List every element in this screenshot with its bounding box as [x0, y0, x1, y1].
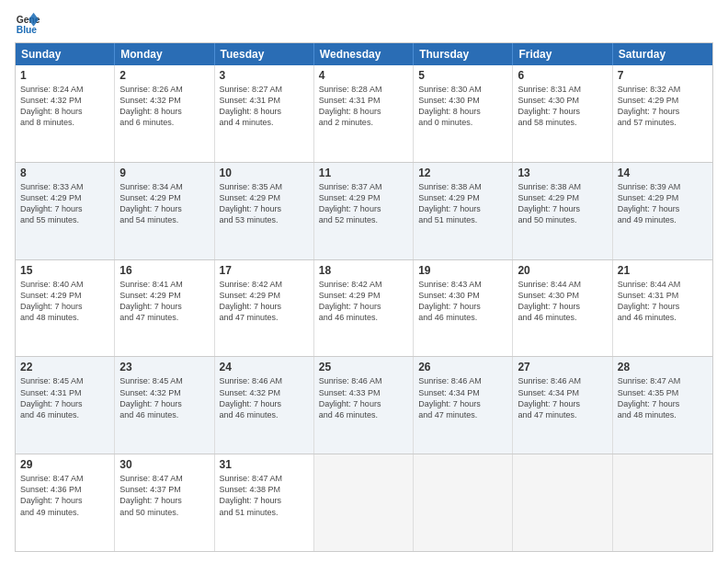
day-info: Sunrise: 8:42 AMSunset: 4:29 PMDaylight:… [220, 279, 309, 324]
logo: General Blue [15, 11, 40, 37]
day-number: 29 [20, 458, 109, 471]
day-info: Sunrise: 8:40 AMSunset: 4:29 PMDaylight:… [20, 279, 109, 324]
logo-icon: General Blue [15, 11, 40, 37]
day-number: 11 [319, 167, 408, 179]
calendar-body: 1Sunrise: 8:24 AMSunset: 4:32 PMDaylight… [16, 65, 712, 551]
day-info: Sunrise: 8:24 AMSunset: 4:32 PMDaylight:… [20, 84, 109, 129]
day-cell-28: 28Sunrise: 8:47 AMSunset: 4:35 PMDayligh… [613, 357, 712, 454]
day-info: Sunrise: 8:47 AMSunset: 4:36 PMDaylight:… [20, 473, 109, 518]
day-cell-25: 25Sunrise: 8:46 AMSunset: 4:33 PMDayligh… [314, 357, 414, 454]
day-info: Sunrise: 8:46 AMSunset: 4:33 PMDaylight:… [319, 375, 408, 420]
day-info: Sunrise: 8:42 AMSunset: 4:29 PMDaylight:… [319, 279, 408, 324]
day-info: Sunrise: 8:26 AMSunset: 4:32 PMDaylight:… [119, 84, 209, 129]
day-number: 13 [518, 167, 607, 179]
day-cell-5: 5Sunrise: 8:30 AMSunset: 4:30 PMDaylight… [414, 65, 513, 162]
day-info: Sunrise: 8:41 AMSunset: 4:29 PMDaylight:… [119, 279, 209, 324]
weekday-header-tuesday: Tuesday [215, 43, 314, 65]
day-number: 27 [518, 361, 607, 373]
day-cell-11: 11Sunrise: 8:37 AMSunset: 4:29 PMDayligh… [314, 163, 414, 259]
calendar-row-5: 29Sunrise: 8:47 AMSunset: 4:36 PMDayligh… [16, 454, 712, 551]
day-info: Sunrise: 8:35 AMSunset: 4:29 PMDaylight:… [220, 181, 309, 226]
day-number: 30 [119, 458, 209, 471]
day-number: 3 [220, 69, 309, 82]
day-number: 8 [20, 167, 109, 179]
day-info: Sunrise: 8:46 AMSunset: 4:32 PMDaylight:… [220, 375, 309, 420]
day-number: 31 [220, 458, 309, 471]
day-info: Sunrise: 8:37 AMSunset: 4:29 PMDaylight:… [319, 181, 408, 226]
day-cell-24: 24Sunrise: 8:46 AMSunset: 4:32 PMDayligh… [215, 357, 314, 454]
day-number: 28 [618, 361, 708, 373]
weekday-header-friday: Friday [513, 43, 612, 65]
day-cell-20: 20Sunrise: 8:44 AMSunset: 4:30 PMDayligh… [513, 260, 612, 357]
day-number: 6 [518, 69, 607, 82]
day-cell-12: 12Sunrise: 8:38 AMSunset: 4:29 PMDayligh… [414, 163, 513, 259]
day-number: 1 [20, 69, 109, 82]
day-info: Sunrise: 8:33 AMSunset: 4:29 PMDaylight:… [20, 181, 109, 226]
day-number: 20 [518, 264, 607, 277]
day-number: 5 [418, 69, 507, 82]
day-number: 15 [20, 264, 109, 277]
day-cell-6: 6Sunrise: 8:31 AMSunset: 4:30 PMDaylight… [513, 65, 612, 162]
day-cell-30: 30Sunrise: 8:47 AMSunset: 4:37 PMDayligh… [115, 454, 214, 551]
day-info: Sunrise: 8:34 AMSunset: 4:29 PMDaylight:… [119, 181, 209, 226]
day-number: 26 [418, 361, 507, 373]
day-number: 16 [119, 264, 209, 277]
day-number: 21 [618, 264, 708, 277]
day-number: 17 [220, 264, 309, 277]
day-info: Sunrise: 8:39 AMSunset: 4:29 PMDaylight:… [618, 181, 708, 226]
day-cell-16: 16Sunrise: 8:41 AMSunset: 4:29 PMDayligh… [115, 260, 214, 357]
day-cell-26: 26Sunrise: 8:46 AMSunset: 4:34 PMDayligh… [414, 357, 513, 454]
day-number: 25 [319, 361, 408, 373]
day-info: Sunrise: 8:46 AMSunset: 4:34 PMDaylight:… [418, 375, 507, 420]
day-info: Sunrise: 8:45 AMSunset: 4:32 PMDaylight:… [119, 375, 209, 420]
day-cell-22: 22Sunrise: 8:45 AMSunset: 4:31 PMDayligh… [16, 357, 115, 454]
day-cell-7: 7Sunrise: 8:32 AMSunset: 4:29 PMDaylight… [613, 65, 712, 162]
empty-cell [513, 454, 612, 551]
day-info: Sunrise: 8:31 AMSunset: 4:30 PMDaylight:… [518, 84, 607, 129]
day-cell-23: 23Sunrise: 8:45 AMSunset: 4:32 PMDayligh… [115, 357, 214, 454]
day-info: Sunrise: 8:27 AMSunset: 4:31 PMDaylight:… [220, 84, 309, 129]
day-number: 4 [319, 69, 408, 82]
day-cell-4: 4Sunrise: 8:28 AMSunset: 4:31 PMDaylight… [314, 65, 414, 162]
day-number: 7 [618, 69, 708, 82]
day-info: Sunrise: 8:43 AMSunset: 4:30 PMDaylight:… [418, 279, 507, 324]
day-info: Sunrise: 8:46 AMSunset: 4:34 PMDaylight:… [518, 375, 607, 420]
weekday-header-saturday: Saturday [613, 43, 712, 65]
day-cell-2: 2Sunrise: 8:26 AMSunset: 4:32 PMDaylight… [115, 65, 214, 162]
day-cell-27: 27Sunrise: 8:46 AMSunset: 4:34 PMDayligh… [513, 357, 612, 454]
day-cell-9: 9Sunrise: 8:34 AMSunset: 4:29 PMDaylight… [115, 163, 214, 259]
day-number: 24 [220, 361, 309, 373]
day-info: Sunrise: 8:38 AMSunset: 4:29 PMDaylight:… [418, 181, 507, 226]
calendar-row-3: 15Sunrise: 8:40 AMSunset: 4:29 PMDayligh… [16, 259, 712, 357]
day-cell-21: 21Sunrise: 8:44 AMSunset: 4:31 PMDayligh… [613, 260, 712, 357]
day-info: Sunrise: 8:47 AMSunset: 4:35 PMDaylight:… [618, 375, 708, 420]
weekday-header-sunday: Sunday [16, 43, 115, 65]
weekday-header-thursday: Thursday [414, 43, 513, 65]
day-info: Sunrise: 8:47 AMSunset: 4:38 PMDaylight:… [220, 473, 309, 518]
day-cell-8: 8Sunrise: 8:33 AMSunset: 4:29 PMDaylight… [16, 163, 115, 259]
day-number: 19 [418, 264, 507, 277]
day-number: 18 [319, 264, 408, 277]
day-cell-29: 29Sunrise: 8:47 AMSunset: 4:36 PMDayligh… [16, 454, 115, 551]
day-cell-17: 17Sunrise: 8:42 AMSunset: 4:29 PMDayligh… [215, 260, 314, 357]
day-cell-14: 14Sunrise: 8:39 AMSunset: 4:29 PMDayligh… [613, 163, 712, 259]
day-info: Sunrise: 8:47 AMSunset: 4:37 PMDaylight:… [119, 473, 209, 518]
empty-cell [613, 454, 712, 551]
day-info: Sunrise: 8:38 AMSunset: 4:29 PMDaylight:… [518, 181, 607, 226]
page: General Blue SundayMondayTuesdayWednesda… [0, 0, 728, 563]
calendar-header: SundayMondayTuesdayWednesdayThursdayFrid… [16, 43, 712, 65]
calendar-row-2: 8Sunrise: 8:33 AMSunset: 4:29 PMDaylight… [16, 162, 712, 259]
day-info: Sunrise: 8:30 AMSunset: 4:30 PMDaylight:… [418, 84, 507, 129]
day-info: Sunrise: 8:32 AMSunset: 4:29 PMDaylight:… [618, 84, 708, 129]
day-cell-18: 18Sunrise: 8:42 AMSunset: 4:29 PMDayligh… [314, 260, 414, 357]
day-cell-1: 1Sunrise: 8:24 AMSunset: 4:32 PMDaylight… [16, 65, 115, 162]
header: General Blue [15, 11, 713, 37]
day-number: 2 [119, 69, 209, 82]
day-info: Sunrise: 8:44 AMSunset: 4:31 PMDaylight:… [618, 279, 708, 324]
day-number: 12 [418, 167, 507, 179]
day-cell-13: 13Sunrise: 8:38 AMSunset: 4:29 PMDayligh… [513, 163, 612, 259]
day-info: Sunrise: 8:28 AMSunset: 4:31 PMDaylight:… [319, 84, 408, 129]
day-cell-10: 10Sunrise: 8:35 AMSunset: 4:29 PMDayligh… [215, 163, 314, 259]
weekday-header-monday: Monday [115, 43, 214, 65]
day-cell-31: 31Sunrise: 8:47 AMSunset: 4:38 PMDayligh… [215, 454, 314, 551]
